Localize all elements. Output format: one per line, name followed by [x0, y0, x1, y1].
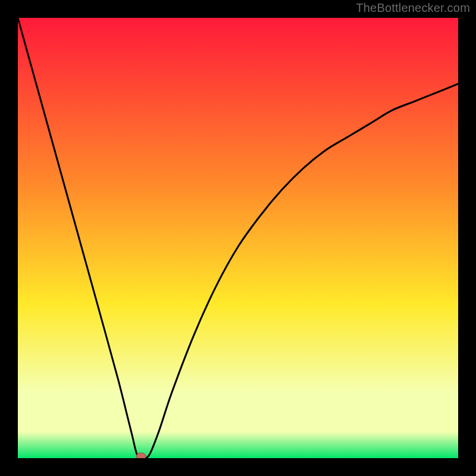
gradient-background	[18, 18, 458, 458]
plot-area	[18, 18, 458, 458]
attribution-text: TheBottlenecker.com	[356, 1, 470, 15]
chart-frame: TheBottlenecker.com	[0, 0, 476, 476]
chart-svg	[18, 18, 458, 458]
optimum-marker	[136, 453, 146, 458]
